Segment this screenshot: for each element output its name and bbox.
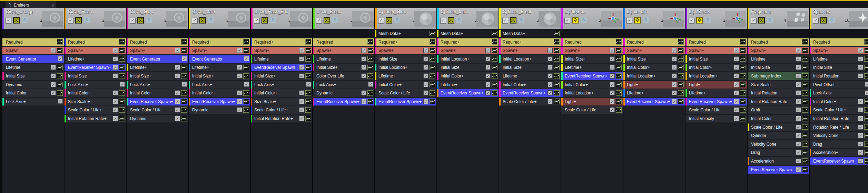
module-enable-checkbox[interactable]: ✓ [548, 73, 553, 79]
solo-button[interactable]: S [270, 17, 276, 23]
module-enable-checkbox[interactable]: ✓ [548, 48, 553, 53]
module-row[interactable]: Initial Color+✓ [623, 64, 685, 71]
module-row[interactable]: Lock Axis+✓ [313, 81, 374, 89]
curve-editor-icon[interactable] [492, 65, 497, 70]
module-enable-checkbox[interactable]: ✓ [361, 73, 366, 79]
curve-editor-icon[interactable] [430, 48, 435, 53]
module-row[interactable]: Required+ [189, 38, 250, 46]
curve-editor-icon[interactable] [119, 90, 125, 96]
module-row[interactable]: Initial Color✓ [748, 115, 809, 122]
module-enable-checkbox[interactable]: ✓ [175, 116, 180, 121]
curve-editor-icon[interactable] [554, 73, 560, 79]
curve-editor-icon[interactable] [243, 39, 249, 45]
module-row[interactable]: Initial Location+✓ [499, 55, 561, 63]
curve-editor-icon[interactable] [367, 39, 373, 45]
module-row[interactable]: Initial Color+✓ [127, 89, 188, 97]
curve-editor-icon[interactable] [864, 48, 868, 53]
curve-editor-icon[interactable] [802, 73, 808, 79]
burst-icon[interactable] [386, 17, 392, 24]
emitter-header[interactable]: Cylinder_Glow✓S3 [375, 8, 436, 29]
module-row[interactable]: Initial Size+✓ [189, 72, 250, 80]
module-row[interactable]: Initial Size✓ [748, 64, 809, 71]
emitter-enable-checkbox[interactable]: ✓ [6, 18, 11, 24]
module-row[interactable]: Initial Location+✓ [685, 72, 747, 80]
module-enable-checkbox[interactable]: ✓ [734, 73, 739, 79]
curve-editor-icon[interactable] [802, 48, 808, 53]
module-enable-checkbox[interactable]: ✓ [796, 116, 801, 121]
burst-icon[interactable] [448, 17, 454, 24]
emitter-header[interactable]: Circle_Flash_End✓S3 [251, 8, 312, 29]
module-row[interactable]: Initial Size✓ [375, 55, 436, 63]
module-row[interactable]: Spawn+✓ [623, 47, 685, 54]
module-row[interactable]: EventReceiver Spawn+✓ [65, 64, 126, 71]
solo-button[interactable]: S [84, 17, 90, 23]
module-enable-checkbox[interactable]: ✓ [299, 116, 304, 121]
module-enable-checkbox[interactable]: ✓ [175, 48, 180, 53]
emitter-enable-checkbox[interactable]: ✓ [130, 18, 136, 24]
module-enable-checkbox[interactable]: ✓ [796, 90, 801, 95]
curve-editor-icon[interactable] [740, 99, 746, 104]
curve-editor-icon[interactable] [119, 107, 125, 113]
module-row[interactable]: EventReceiver Spawn✓ [810, 157, 868, 165]
module-enable-checkbox[interactable]: ✓ [361, 48, 366, 53]
lightbulb-icon[interactable] [696, 17, 703, 24]
module-row[interactable]: Size Scale✓ [748, 81, 809, 89]
module-row[interactable]: Required [313, 38, 374, 46]
curve-editor-icon[interactable] [802, 65, 808, 70]
module-enable-checkbox[interactable]: ✓ [237, 107, 242, 112]
module-enable-checkbox[interactable]: ✓ [734, 116, 739, 121]
curve-editor-icon[interactable] [616, 48, 622, 53]
curve-editor-icon[interactable] [740, 73, 746, 79]
curve-editor-icon[interactable] [678, 39, 684, 45]
module-row[interactable]: Acceleration+✓ [810, 149, 868, 156]
module-row[interactable]: Lock Axis+✓ [65, 81, 126, 89]
module-row[interactable]: Lock Axis+✓ [251, 81, 312, 89]
emitter-header[interactable]: LightBreak✓S3 [685, 8, 747, 29]
module-row[interactable]: Spawn+✓ [127, 47, 188, 54]
module-row[interactable]: Velocity Cone✓ [748, 140, 809, 148]
module-row[interactable]: Lifetime✓ [499, 72, 561, 80]
curve-editor-icon[interactable] [802, 141, 808, 147]
module-row[interactable]: Initial Size+✓ [65, 72, 126, 80]
module-row[interactable]: EventReceiver Spawn+✓ [499, 89, 561, 97]
module-enable-checkbox[interactable]: ✓ [672, 90, 677, 95]
curve-editor-icon[interactable] [616, 56, 622, 62]
module-row[interactable]: Spawn+✓ [437, 47, 499, 54]
module-row[interactable]: Initial Location+✓ [561, 89, 623, 97]
curve-editor-icon[interactable] [802, 90, 808, 96]
curve-editor-icon[interactable] [864, 133, 868, 138]
curve-editor-icon[interactable] [119, 56, 125, 62]
module-enable-checkbox[interactable]: ✓ [113, 73, 118, 79]
module-row[interactable]: Initial Size✓ [810, 64, 868, 71]
module-enable-checkbox[interactable]: ✓ [734, 65, 739, 70]
module-enable-checkbox[interactable]: ✓ [299, 56, 304, 62]
module-row[interactable]: Initial Size✓ [437, 64, 499, 71]
emitter-header[interactable]: LightsGlow✓S3 [561, 8, 623, 29]
module-enable-checkbox[interactable]: ✓ [113, 107, 118, 112]
curve-editor-icon[interactable] [740, 82, 746, 87]
curve-editor-icon[interactable] [802, 107, 808, 113]
module-row[interactable]: EventReceiver Spawn+✓ [623, 98, 685, 105]
module-enable-checkbox[interactable]: ✓ [361, 56, 366, 62]
module-enable-checkbox[interactable]: ✓ [113, 90, 118, 95]
module-row[interactable]: Initial Rotation✓ [748, 89, 809, 97]
module-row[interactable]: Required+ [127, 38, 188, 46]
module-row[interactable]: Dynamic✓ [127, 115, 188, 122]
module-enable-checkbox[interactable]: ✓ [610, 56, 615, 62]
curve-editor-icon[interactable] [181, 39, 187, 45]
curve-editor-icon[interactable] [802, 82, 808, 87]
module-enable-checkbox[interactable]: ✓ [423, 48, 428, 53]
module-row[interactable]: Orbit✓ [748, 106, 809, 114]
emitter-header[interactable]: LightsMain✓S3 [623, 8, 685, 29]
curve-editor-icon[interactable] [678, 99, 684, 104]
module-row[interactable]: Required [810, 38, 868, 46]
module-row[interactable]: Acceleration+✓ [748, 157, 809, 165]
module-row[interactable]: Required+ [561, 38, 623, 46]
mesh-data-row[interactable]: Mesh Data+ [499, 30, 561, 37]
module-row[interactable]: Required+ [251, 38, 312, 46]
curve-editor-icon[interactable] [430, 56, 435, 62]
module-row[interactable]: SubImage Index✓ [748, 72, 809, 80]
module-enable-checkbox[interactable]: ✓ [865, 82, 868, 87]
curve-editor-icon[interactable] [678, 48, 684, 53]
curve-editor-icon[interactable] [492, 31, 497, 36]
